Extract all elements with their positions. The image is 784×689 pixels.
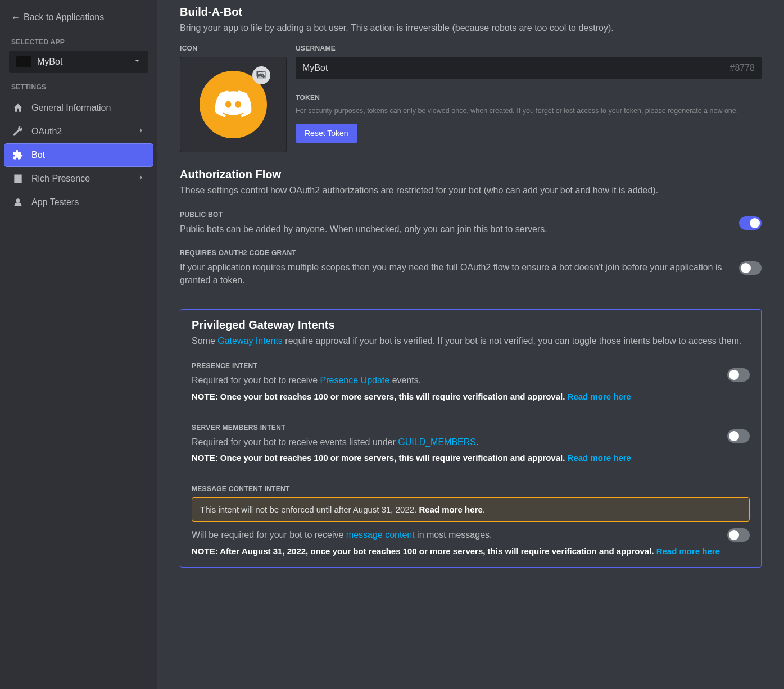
back-label: Back to Applications bbox=[24, 12, 104, 22]
message-content-link[interactable]: message content bbox=[346, 530, 415, 540]
guild-members-link[interactable]: GUILD_MEMBERS bbox=[398, 437, 476, 447]
sidebar: ← Back to Applications Selected App MyBo… bbox=[0, 0, 157, 689]
oauth-grant-header: Requires OAuth2 Code Grant bbox=[180, 249, 726, 257]
members-intent-toggle[interactable] bbox=[727, 429, 750, 443]
puzzle-icon bbox=[12, 149, 24, 161]
sidebar-item-label: OAuth2 bbox=[31, 126, 62, 137]
public-bot-header: Public Bot bbox=[180, 211, 726, 219]
document-icon bbox=[12, 173, 24, 184]
upload-image-icon bbox=[252, 66, 270, 84]
read-more-link[interactable]: Read more here bbox=[656, 546, 720, 556]
members-intent-header: Server Members Intent bbox=[192, 424, 714, 432]
main-content: Build-A-Bot Bring your app to life by ad… bbox=[157, 0, 784, 689]
presence-update-link[interactable]: Presence Update bbox=[320, 375, 390, 385]
sidebar-item-label: Bot bbox=[31, 150, 45, 160]
presence-intent-header: Presence Intent bbox=[192, 362, 714, 370]
presence-intent-toggle[interactable] bbox=[727, 368, 750, 382]
intents-title: Privileged Gateway Intents bbox=[192, 319, 750, 332]
chevron-right-icon bbox=[137, 174, 145, 184]
app-avatar bbox=[16, 56, 31, 67]
sidebar-item-general[interactable]: General Information bbox=[4, 97, 153, 119]
intents-subtitle: Some Gateway Intents require approval if… bbox=[192, 335, 750, 347]
oauth-grant-desc: If your application requires multiple sc… bbox=[180, 261, 726, 287]
chevron-right-icon bbox=[137, 126, 145, 137]
message-intent-header: Message Content Intent bbox=[192, 485, 750, 493]
public-bot-desc: Public bots can be added by anyone. When… bbox=[180, 223, 726, 235]
message-note: NOTE: After August 31, 2022, once your b… bbox=[192, 546, 750, 556]
sidebar-item-rich-presence[interactable]: Rich Presence bbox=[4, 167, 153, 190]
sidebar-item-label: General Information bbox=[31, 103, 111, 113]
reset-token-button[interactable]: Reset Token bbox=[296, 124, 357, 143]
presence-intent-desc: Required for your bot to receive Presenc… bbox=[192, 374, 714, 387]
members-note: NOTE: Once your bot reaches 100 or more … bbox=[192, 453, 750, 463]
users-icon bbox=[12, 197, 24, 208]
auth-flow-subtitle: These settings control how OAuth2 author… bbox=[180, 184, 762, 197]
read-more-link[interactable]: Read more here bbox=[568, 392, 631, 401]
sidebar-item-bot[interactable]: Bot bbox=[4, 144, 153, 166]
gateway-intents-link[interactable]: Gateway Intents bbox=[217, 336, 283, 346]
public-bot-toggle[interactable] bbox=[739, 216, 762, 230]
username-input[interactable] bbox=[296, 57, 723, 79]
username-label: Username bbox=[296, 44, 762, 52]
message-intent-banner: This intent will not be enforced until a… bbox=[192, 497, 750, 522]
message-intent-desc: Will be required for your bot to receive… bbox=[192, 529, 714, 541]
chevron-down-icon bbox=[133, 56, 142, 67]
token-note: For security purposes, tokens can only b… bbox=[296, 106, 762, 115]
app-selector[interactable]: MyBot bbox=[9, 51, 148, 73]
discord-logo-icon bbox=[214, 85, 253, 124]
discriminator: #8778 bbox=[723, 57, 762, 79]
token-label: Token bbox=[296, 94, 762, 102]
wrench-icon bbox=[12, 126, 24, 137]
sidebar-item-app-testers[interactable]: App Testers bbox=[4, 191, 153, 214]
svg-point-0 bbox=[259, 74, 260, 75]
oauth-grant-toggle[interactable] bbox=[739, 261, 762, 275]
icon-label: Icon bbox=[180, 44, 287, 52]
back-to-applications[interactable]: ← Back to Applications bbox=[4, 7, 153, 28]
read-more-link[interactable]: Read more here bbox=[568, 453, 631, 463]
auth-flow-title: Authorization Flow bbox=[180, 168, 762, 181]
page-title: Build-A-Bot bbox=[180, 6, 762, 19]
app-name: MyBot bbox=[37, 57, 62, 67]
bot-icon-uploader[interactable] bbox=[180, 57, 287, 152]
arrow-left-icon: ← bbox=[11, 12, 20, 22]
sidebar-item-label: Rich Presence bbox=[31, 174, 90, 184]
members-intent-desc: Required for your bot to receive events … bbox=[192, 436, 714, 448]
read-more-link[interactable]: Read more here bbox=[419, 505, 482, 514]
sidebar-item-oauth2[interactable]: OAuth2 bbox=[4, 120, 153, 143]
privileged-intents-box: Privileged Gateway Intents Some Gateway … bbox=[180, 309, 762, 568]
home-icon bbox=[12, 102, 24, 114]
sidebar-item-label: App Testers bbox=[31, 197, 79, 207]
page-subtitle: Bring your app to life by adding a bot u… bbox=[180, 22, 762, 34]
presence-note: NOTE: Once your bot reaches 100 or more … bbox=[192, 392, 750, 401]
settings-header: Settings bbox=[4, 73, 153, 96]
message-intent-toggle[interactable] bbox=[727, 528, 750, 542]
selected-app-header: Selected App bbox=[4, 28, 153, 51]
